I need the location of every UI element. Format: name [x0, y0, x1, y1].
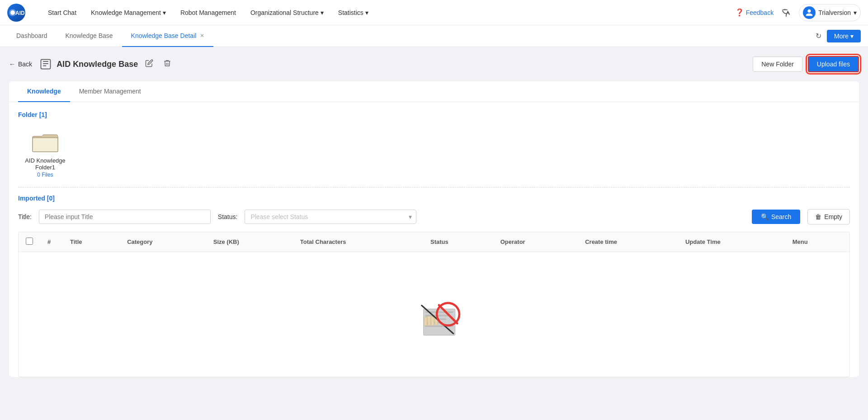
status-select-wrapper: Please select Status — [245, 210, 416, 224]
inner-tabs: Knowledge Member Management — [9, 81, 859, 102]
empty-state-row — [19, 252, 849, 377]
chevron-down-icon: ▾ — [163, 9, 166, 16]
status-filter-label: Status: — [218, 213, 238, 220]
page-title-area: AID Knowledge Base — [39, 58, 753, 70]
svg-point-1 — [10, 10, 15, 15]
header-actions: New Folder Upload files — [753, 56, 859, 72]
tab-member-management[interactable]: Member Management — [70, 81, 150, 102]
logo: AID — [7, 4, 28, 22]
nav-statistics[interactable]: Statistics ▾ — [333, 5, 374, 20]
delete-icon[interactable] — [160, 58, 174, 70]
top-nav: AID Start Chat Knowledge Management ▾ Ro… — [0, 0, 868, 25]
back-button[interactable]: ← Back — [9, 61, 32, 68]
search-button[interactable]: 🔍 Search — [752, 210, 800, 224]
folder-section: Folder [1] AID Knowledge Folder1 0 Files — [9, 102, 859, 187]
tab-knowledge-base-detail[interactable]: Knowledge Base Detail ✕ — [122, 25, 214, 47]
th-operator: Operator — [493, 232, 578, 252]
chevron-down-icon: ▾ — [850, 33, 854, 40]
svg-text:AID: AID — [15, 10, 24, 16]
data-table: # Title Category Size (KB) Total Charact… — [19, 232, 849, 377]
tab-knowledge[interactable]: Knowledge — [18, 81, 70, 102]
nav-org-structure[interactable]: Organizational Structure ▾ — [245, 5, 329, 20]
th-number: # — [40, 232, 63, 252]
th-size: Size (KB) — [206, 232, 293, 252]
table-body — [19, 252, 849, 377]
folder-count: 0 Files — [37, 172, 53, 178]
folder-icon — [32, 130, 59, 154]
upload-files-button[interactable]: Upload files — [808, 56, 859, 72]
avatar — [803, 6, 816, 19]
svg-rect-5 — [33, 138, 58, 152]
th-total-chars: Total Characters — [293, 232, 423, 252]
th-update-time: Update Time — [678, 232, 785, 252]
refresh-icon[interactable]: ↻ — [814, 30, 823, 42]
tabs-bar: Dashboard Knowledge Base Knowledge Base … — [0, 25, 868, 47]
nav-start-chat[interactable]: Start Chat — [42, 5, 82, 20]
main-content: ← Back AID Knowledge Base — [0, 47, 868, 420]
translate-icon[interactable] — [779, 5, 793, 20]
trash-icon: 🗑 — [815, 213, 821, 220]
search-icon: 🔍 — [761, 213, 769, 220]
title-filter-label: Title: — [18, 213, 32, 220]
more-button[interactable]: More ▾ — [827, 30, 861, 42]
nav-right: ❓ Feedback Trialversion ▾ — [735, 4, 861, 21]
question-icon: ❓ — [735, 8, 744, 17]
empty-button[interactable]: 🗑 Empty — [807, 209, 850, 224]
feedback-button[interactable]: ❓ Feedback — [735, 8, 774, 17]
th-menu: Menu — [785, 232, 849, 252]
page-title: AID Knowledge Base — [57, 60, 138, 69]
imported-section-title: Imported [0] — [18, 195, 850, 202]
tab-dashboard[interactable]: Dashboard — [7, 25, 57, 47]
knowledge-base-icon — [39, 58, 52, 70]
th-status: Status — [423, 232, 493, 252]
svg-rect-15 — [431, 317, 434, 326]
th-title: Title — [63, 232, 120, 252]
select-all-checkbox[interactable] — [26, 238, 33, 245]
content-card: Knowledge Member Management Folder [1] A… — [9, 81, 859, 377]
user-menu-button[interactable]: Trialversion ▾ — [799, 4, 861, 21]
arrow-left-icon: ← — [9, 61, 15, 68]
chevron-down-icon: ▾ — [365, 9, 368, 16]
th-create-time: Create time — [578, 232, 678, 252]
imported-section: Imported [0] Title: Status: Please selec… — [9, 187, 859, 232]
data-table-container: # Title Category Size (KB) Total Charact… — [18, 232, 850, 377]
nav-robot-management[interactable]: Robot Management — [175, 5, 241, 20]
folder-name: AID Knowledge Folder1 — [23, 157, 68, 171]
svg-rect-14 — [428, 316, 430, 326]
tabs-bar-right: ↻ More ▾ — [814, 30, 861, 42]
folder-grid: AID Knowledge Folder1 0 Files — [18, 126, 850, 182]
table-header: # Title Category Size (KB) Total Charact… — [19, 232, 849, 252]
th-checkbox — [19, 232, 40, 252]
edit-icon[interactable] — [142, 58, 156, 70]
svg-rect-13 — [424, 317, 427, 326]
nav-knowledge-management[interactable]: Knowledge Management ▾ — [85, 5, 171, 20]
nav-items: Start Chat Knowledge Management ▾ Robot … — [42, 5, 735, 20]
filter-row: Title: Status: Please select Status 🔍 Se… — [18, 209, 850, 224]
tab-close-icon[interactable]: ✕ — [200, 33, 204, 39]
status-filter-select[interactable]: Please select Status — [245, 210, 416, 224]
tab-knowledge-base[interactable]: Knowledge Base — [57, 25, 122, 47]
chevron-down-icon: ▾ — [321, 9, 324, 16]
empty-state-illustration — [398, 279, 470, 342]
folder-section-title: Folder [1] — [18, 111, 850, 118]
svg-rect-3 — [41, 60, 51, 69]
empty-state — [19, 252, 849, 377]
chevron-down-icon: ▾ — [854, 9, 857, 16]
th-category: Category — [120, 232, 206, 252]
new-folder-button[interactable]: New Folder — [753, 56, 802, 72]
page-header: ← Back AID Knowledge Base — [9, 56, 859, 72]
logo-icon: AID — [7, 4, 25, 22]
folder-item[interactable]: AID Knowledge Folder1 0 Files — [18, 126, 72, 182]
title-filter-input[interactable] — [39, 210, 211, 224]
